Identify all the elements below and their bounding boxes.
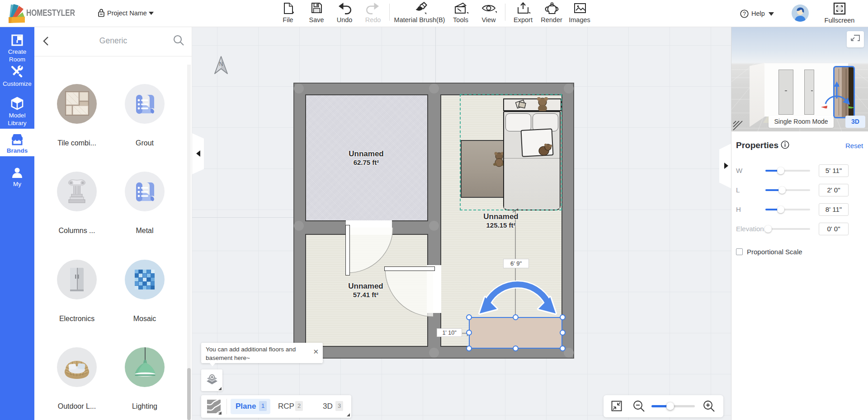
svg-text:?: ? [743,11,746,17]
svg-text:N: N [219,61,223,67]
